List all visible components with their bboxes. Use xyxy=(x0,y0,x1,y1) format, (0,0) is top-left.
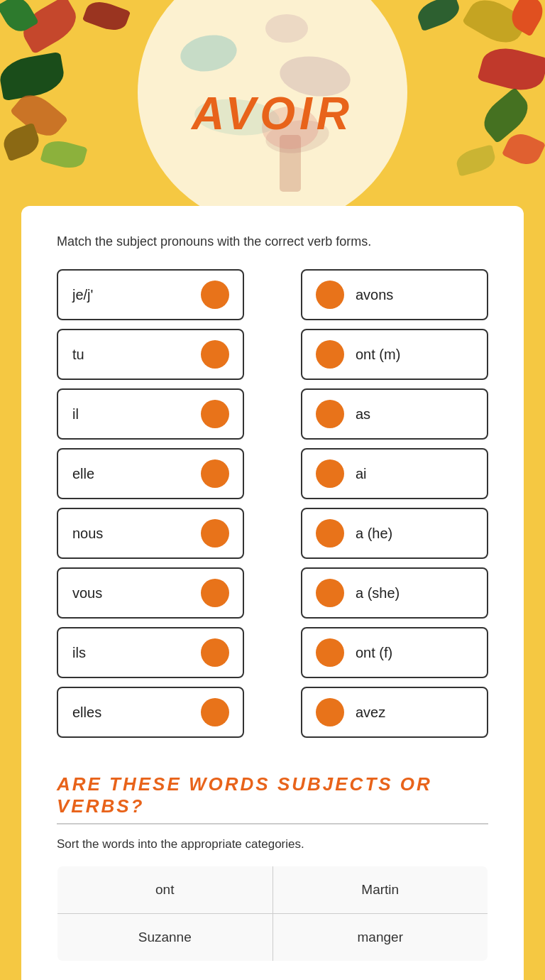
pronoun-label: vous xyxy=(72,585,102,601)
pronoun-label: elle xyxy=(72,466,94,482)
verb-label: a (she) xyxy=(356,585,400,601)
leaf-decor xyxy=(0,52,67,102)
match-box-left[interactable]: elle xyxy=(57,448,244,499)
connector-circle[interactable] xyxy=(201,698,229,726)
verb-label: avez xyxy=(356,704,385,721)
connector-circle[interactable] xyxy=(316,698,344,726)
pronoun-label: nous xyxy=(72,526,103,542)
match-box-right[interactable]: as xyxy=(301,388,488,440)
sort-table: ont Martin Suzanne manger xyxy=(57,866,488,962)
match-box-right[interactable]: avez xyxy=(301,687,488,738)
verb-label: ont (f) xyxy=(356,645,392,661)
match-box-right[interactable]: ont (m) xyxy=(301,329,488,380)
page-title: AVOIR xyxy=(192,87,353,140)
match-row: elle ai xyxy=(57,448,488,499)
connector-circle[interactable] xyxy=(201,400,229,428)
matching-grid: je/j' avons tu ont (m) il xyxy=(57,269,488,738)
match-box-left[interactable]: nous xyxy=(57,508,244,559)
verb-label: ont (m) xyxy=(356,347,400,363)
connector-circle[interactable] xyxy=(201,579,229,607)
match-box-right[interactable]: avons xyxy=(301,269,488,320)
section2: ARE THESE WORDS SUBJECTS OR VERBS? Sort … xyxy=(57,773,488,962)
verb-label: ai xyxy=(356,466,367,482)
connector-circle[interactable] xyxy=(201,638,229,667)
match-box-left[interactable]: il xyxy=(57,388,244,440)
section1-instruction: Match the subject pronouns with the corr… xyxy=(57,234,488,249)
verb-label: a (he) xyxy=(356,526,392,542)
pronoun-label: elles xyxy=(72,704,101,721)
leaf-decor xyxy=(414,0,463,31)
section2-divider xyxy=(57,823,488,824)
match-row: je/j' avons xyxy=(57,269,488,320)
pronoun-label: tu xyxy=(72,347,84,363)
sort-word-cell[interactable]: Suzanne xyxy=(57,914,273,962)
connector-circle[interactable] xyxy=(201,340,229,369)
match-row: tu ont (m) xyxy=(57,329,488,380)
match-row: nous a (he) xyxy=(57,508,488,559)
leaf-decor xyxy=(477,42,545,96)
connector-circle[interactable] xyxy=(316,519,344,548)
pronoun-label: je/j' xyxy=(72,287,93,303)
section2-instruction: Sort the words into the appropriate cate… xyxy=(57,837,488,851)
leaf-decor xyxy=(40,137,87,172)
main-content-card: Match the subject pronouns with the corr… xyxy=(21,206,524,980)
sort-word-cell[interactable]: Martin xyxy=(272,866,488,914)
pronoun-label: ils xyxy=(72,645,86,661)
leaf-decor xyxy=(82,0,131,35)
header: AVOIR xyxy=(0,0,545,206)
connector-circle[interactable] xyxy=(316,459,344,488)
match-box-right[interactable]: ont (f) xyxy=(301,627,488,678)
connector-circle[interactable] xyxy=(316,281,344,309)
connector-circle[interactable] xyxy=(316,638,344,667)
match-box-right[interactable]: a (she) xyxy=(301,567,488,619)
match-row: ils ont (f) xyxy=(57,627,488,678)
verb-label: as xyxy=(356,406,370,423)
match-box-left[interactable]: ils xyxy=(57,627,244,678)
match-row: vous a (she) xyxy=(57,567,488,619)
sort-table-row[interactable]: ont Martin xyxy=(57,866,488,914)
connector-circle[interactable] xyxy=(316,340,344,369)
verb-label: avons xyxy=(356,287,393,303)
match-row: elles avez xyxy=(57,687,488,738)
connector-circle[interactable] xyxy=(316,579,344,607)
match-box-left[interactable]: je/j' xyxy=(57,269,244,320)
leaf-decor xyxy=(454,144,497,176)
match-box-left[interactable]: tu xyxy=(57,329,244,380)
section2-title: ARE THESE WORDS SUBJECTS OR VERBS? xyxy=(57,773,488,817)
sort-word-cell[interactable]: ont xyxy=(57,866,273,914)
match-row: il as xyxy=(57,388,488,440)
match-box-left[interactable]: elles xyxy=(57,687,244,738)
connector-circle[interactable] xyxy=(316,400,344,428)
pronoun-label: il xyxy=(72,406,79,423)
leaf-decor xyxy=(502,129,545,169)
sort-table-row[interactable]: Suzanne manger xyxy=(57,914,488,962)
connector-circle[interactable] xyxy=(201,519,229,548)
sort-word-cell[interactable]: manger xyxy=(272,914,488,962)
match-box-right[interactable]: a (he) xyxy=(301,508,488,559)
connector-circle[interactable] xyxy=(201,459,229,488)
connector-circle[interactable] xyxy=(201,281,229,309)
match-box-right[interactable]: ai xyxy=(301,448,488,499)
match-box-left[interactable]: vous xyxy=(57,567,244,619)
